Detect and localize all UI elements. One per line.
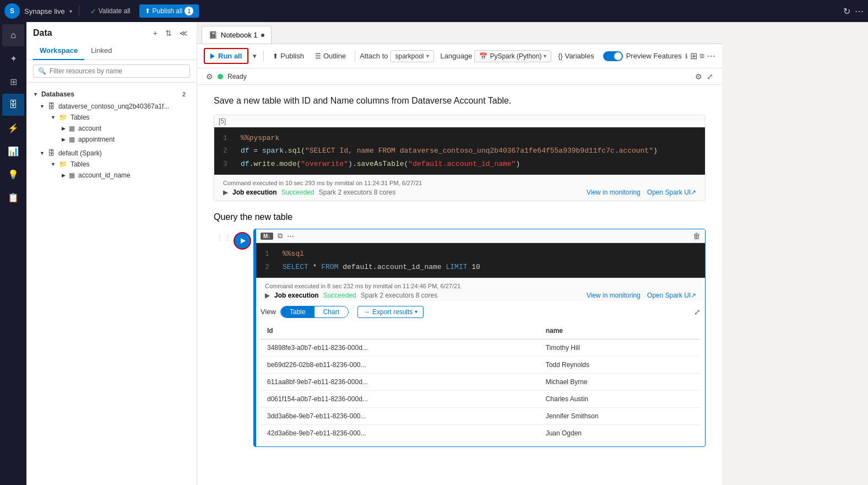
cell1-expand-icon[interactable]: ▶ [223, 188, 228, 196]
settings2-icon[interactable]: ⚙ [695, 72, 702, 81]
table2-icon: ▦ [69, 136, 75, 143]
validate-all-btn[interactable]: ✓ Validate all [86, 5, 135, 18]
db1-item[interactable]: ▼ 🗄 dataverse_contoso_unq2b40367a1f... [40, 100, 190, 112]
db2-table1-item[interactable]: ▶ ▦ account_id_name [62, 170, 190, 181]
table-row: 3dd3a6be-9eb7-eb11-8236-000...Jennifer S… [261, 407, 701, 424]
variables-label: Variables [565, 52, 594, 60]
grid-icon[interactable]: ⊞ [690, 51, 697, 61]
cell1-open-spark-link[interactable]: Open Spark UI↗ [647, 188, 696, 196]
run-all-btn[interactable]: Run all [204, 48, 248, 64]
home-icon[interactable]: ⌂ [2, 24, 24, 46]
status-right: ⚙ ⤢ [695, 72, 713, 81]
outline-label: Outline [323, 52, 346, 60]
app-name-chevron: ▾ [69, 8, 72, 14]
synapse-logo: S [4, 3, 20, 19]
dropdown-chevron-icon[interactable]: ▾ [251, 52, 259, 60]
view-chart-btn[interactable]: Chart [314, 306, 348, 317]
cell-name: Michael Byrne [539, 373, 701, 390]
table-row: be69d226-02b8-eb11-8236-000...Todd Reyno… [261, 356, 701, 373]
add-icon[interactable]: + [151, 28, 160, 39]
publish-btn[interactable]: ⬆ Publish [268, 50, 308, 62]
collapse-icon[interactable]: ≪ [177, 28, 190, 39]
cell-id: d061f154-a0b7-eb11-8236-000d... [261, 390, 539, 407]
publish-toolbar-icon: ⬆ [273, 52, 278, 60]
nav-icon-1[interactable]: ✦ [2, 47, 24, 69]
cell1-job-label: Job execution [232, 188, 277, 196]
cell1-view-monitoring-link[interactable]: View in monitoring [587, 188, 641, 196]
nav-icon-6[interactable]: 📋 [2, 186, 24, 208]
status-bar: ⚙ Ready ⚙ ⤢ [197, 68, 722, 85]
db2-folder-icon: 📁 [59, 160, 67, 168]
nav-icon-5[interactable]: 💡 [2, 163, 24, 185]
expand-table-icon[interactable]: ⤢ [694, 308, 701, 316]
outline-btn[interactable]: ☰ Outline [311, 50, 350, 62]
cell2-expand-icon[interactable]: ▶ [265, 292, 270, 299]
refresh-icon[interactable]: ↻ [843, 6, 850, 17]
cell-id: 42d3a6be-9eb7-eb11-8236-000... [261, 424, 539, 441]
nav-icon-4[interactable]: 📊 [2, 140, 24, 162]
db1-table1-item[interactable]: ▶ ▦ account [62, 123, 190, 134]
panel-title: Data [33, 28, 52, 38]
more-cell-icon[interactable]: ⋯ [287, 232, 294, 240]
db1-tables-folder[interactable]: ▼ 📁 Tables [51, 112, 190, 123]
cell-id: 3dd3a6be-9eb7-eb11-8236-000... [261, 407, 539, 424]
drag-handle-icon[interactable]: ⋮⋮ [216, 233, 231, 242]
db1-table2-item[interactable]: ▶ ▦ appointment [62, 134, 190, 145]
left-icon-strip: ⌂ ✦ ⊞ 🗄 ⚡ 📊 💡 📋 [0, 22, 26, 485]
attach-label: Attach to [360, 52, 388, 60]
publish-icon: ⬆ [145, 7, 150, 15]
folder-icon: 📁 [59, 114, 67, 121]
sparkpool-select[interactable]: sparkpool ▾ [390, 50, 434, 62]
nav-icon-3[interactable]: ⚡ [2, 117, 24, 139]
preview-label: Preview Features [626, 52, 682, 60]
nav-icon-data[interactable]: 🗄 [2, 94, 24, 116]
cell2-run-btn[interactable] [234, 232, 251, 250]
delete-cell-icon[interactable]: 🗑 [693, 231, 701, 240]
cell-name: Todd Reynolds [539, 356, 701, 373]
view-table-btn[interactable]: Table [281, 306, 314, 317]
view-label: View [261, 308, 276, 316]
db1-table2-name: appointment [78, 136, 115, 143]
language-select[interactable]: 📅 PySpark (Python) ▾ [474, 50, 551, 62]
databases-header[interactable]: ▼ Databases 2 [33, 88, 190, 100]
search-input[interactable] [50, 67, 185, 75]
sidebar-panel: Data + ⇅ ≪ Workspace Linked 🔍 [26, 22, 197, 485]
databases-label: Databases [41, 90, 74, 98]
unsaved-dot [261, 34, 264, 37]
cell2-open-spark-link[interactable]: Open Spark UI↗ [647, 292, 696, 299]
tab-workspace[interactable]: Workspace [33, 42, 84, 60]
status-dot [218, 74, 223, 79]
more-notebook-icon[interactable]: ⋯ [707, 51, 715, 61]
cell2-meta-text: Command executed in 8 sec 232 ms by mmit… [265, 283, 696, 289]
table-view-icon[interactable]: ≡ [699, 51, 704, 61]
sort-icon[interactable]: ⇅ [163, 28, 174, 39]
db1-name: dataverse_contoso_unq2b40367a1f... [58, 103, 170, 110]
tab-linked[interactable]: Linked [84, 42, 118, 60]
table2-expand-icon: ▶ [62, 137, 66, 142]
language-label: Language [441, 52, 473, 60]
copy-cell-icon[interactable]: ⧉ [278, 231, 283, 240]
notebook-tab[interactable]: 📓 Notebook 1 [202, 26, 272, 44]
export-label: Export results [372, 308, 413, 316]
variables-btn[interactable]: {} Variables [554, 50, 598, 62]
db2-tables-folder[interactable]: ▼ 📁 Tables [51, 159, 190, 170]
cell2-view-monitoring-link[interactable]: View in monitoring [587, 292, 641, 299]
db2-name: default (Spark) [58, 149, 102, 157]
db2-item[interactable]: ▼ 🗄 default (Spark) [40, 147, 190, 159]
zoom-icon[interactable]: ⤢ [707, 72, 713, 81]
table-row: 42d3a6be-9eb7-eb11-8236-000...Juan Ogden [261, 424, 701, 441]
sparkpool-chevron-icon: ▾ [426, 53, 429, 59]
publish-all-btn[interactable]: ⬆ Publish all 1 [139, 4, 199, 18]
publish-badge: 1 [185, 7, 193, 15]
export-results-btn[interactable]: → Export results ▾ [357, 306, 424, 318]
nav-icon-2[interactable]: ⊞ [2, 71, 24, 93]
more-icon[interactable]: ⋯ [855, 6, 864, 17]
settings-icon[interactable]: ⚙ [206, 72, 213, 81]
app-name: Synapse live [24, 7, 65, 15]
table-icon: ▦ [69, 125, 75, 132]
preview-toggle[interactable] [603, 51, 623, 61]
cell2-status: Succeeded [323, 292, 356, 299]
cell-name: Charles Austin [539, 390, 701, 407]
sparkpool-value: sparkpool [395, 52, 424, 60]
notebook-tabs-bar: 📓 Notebook 1 [197, 22, 722, 44]
